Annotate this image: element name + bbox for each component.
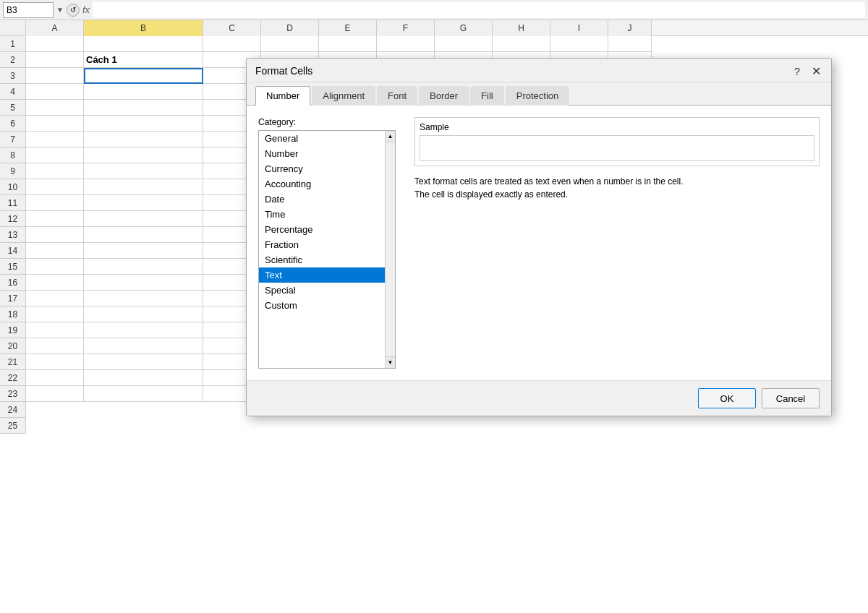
cell-reference-box[interactable]: B3 bbox=[3, 2, 54, 18]
row-header-5[interactable]: 5 bbox=[0, 100, 26, 116]
row-header-1[interactable]: 1 bbox=[0, 36, 26, 52]
row-header-2[interactable]: 2 bbox=[0, 52, 26, 68]
cell-c1[interactable] bbox=[203, 36, 261, 52]
row-header-24[interactable]: 24 bbox=[0, 402, 26, 418]
spreadsheet: B3 ▼ ↺ fx A B C D E F G H I J 1 2 3 4 5 … bbox=[0, 0, 868, 613]
dialog-footer: OK Cancel bbox=[247, 380, 831, 416]
row-header-7[interactable]: 7 bbox=[0, 132, 26, 147]
formula-input[interactable] bbox=[93, 2, 865, 18]
right-panel: Sample Text format cells are treated as … bbox=[414, 117, 820, 369]
cell-b2[interactable]: Cách 1 bbox=[84, 52, 203, 68]
category-percentage[interactable]: Percentage bbox=[259, 222, 395, 237]
row-header-13[interactable]: 13 bbox=[0, 227, 26, 243]
row-header-11[interactable]: 11 bbox=[0, 195, 26, 211]
row-header-23[interactable]: 23 bbox=[0, 386, 26, 402]
tab-alignment[interactable]: Alignment bbox=[312, 86, 375, 106]
row-header-14[interactable]: 14 bbox=[0, 243, 26, 259]
cell-a4[interactable] bbox=[26, 84, 84, 100]
sample-box bbox=[420, 135, 814, 161]
close-button[interactable]: ✕ bbox=[809, 64, 822, 77]
ok-button[interactable]: OK bbox=[698, 388, 756, 408]
category-general[interactable]: General bbox=[259, 131, 395, 146]
dialog-body: Category: General Number Currency Accoun… bbox=[247, 106, 831, 380]
row-header-3[interactable]: 3 bbox=[0, 68, 26, 84]
cell-h1[interactable] bbox=[493, 36, 550, 52]
row-header-21[interactable]: 21 bbox=[0, 354, 26, 370]
cancel-button[interactable]: Cancel bbox=[762, 388, 820, 408]
column-headers: A B C D E F G H I J bbox=[0, 20, 868, 36]
tab-number[interactable]: Number bbox=[255, 86, 310, 106]
table-row bbox=[26, 36, 868, 52]
category-list[interactable]: General Number Currency Accounting Date … bbox=[258, 130, 396, 369]
cell-j1[interactable] bbox=[608, 36, 652, 52]
col-header-i[interactable]: I bbox=[550, 20, 608, 36]
col-header-b[interactable]: B bbox=[84, 20, 203, 36]
category-currency[interactable]: Currency bbox=[259, 161, 395, 176]
cell-a2[interactable] bbox=[26, 52, 84, 68]
category-number[interactable]: Number bbox=[259, 146, 395, 161]
category-label: Category: bbox=[258, 117, 403, 127]
cell-b4[interactable] bbox=[84, 84, 203, 100]
col-header-f[interactable]: F bbox=[377, 20, 435, 36]
row-header-10[interactable]: 10 bbox=[0, 179, 26, 195]
refresh-button[interactable]: ↺ bbox=[67, 4, 80, 17]
col-header-j[interactable]: J bbox=[608, 20, 652, 36]
row-header-12[interactable]: 12 bbox=[0, 211, 26, 227]
cell-a3[interactable] bbox=[26, 68, 84, 84]
row-header-17[interactable]: 17 bbox=[0, 291, 26, 306]
formula-bar: B3 ▼ ↺ fx bbox=[0, 0, 868, 20]
tab-fill[interactable]: Fill bbox=[470, 86, 504, 106]
cell-f1[interactable] bbox=[377, 36, 435, 52]
category-section: Category: General Number Currency Accoun… bbox=[258, 117, 403, 369]
scrollbar-down-button[interactable]: ▼ bbox=[386, 356, 396, 368]
cell-e1[interactable] bbox=[319, 36, 377, 52]
category-scientific[interactable]: Scientific bbox=[259, 252, 395, 267]
cell-a1[interactable] bbox=[26, 36, 84, 52]
row-header-19[interactable]: 19 bbox=[0, 322, 26, 338]
help-button[interactable]: ? bbox=[791, 64, 804, 77]
scrollbar-up-button[interactable]: ▲ bbox=[386, 131, 396, 142]
sample-section: Sample bbox=[414, 117, 820, 166]
col-header-g[interactable]: G bbox=[435, 20, 493, 36]
cell-b3[interactable] bbox=[84, 68, 203, 84]
row-header-4[interactable]: 4 bbox=[0, 84, 26, 100]
category-special[interactable]: Special bbox=[259, 283, 395, 298]
row-header-6[interactable]: 6 bbox=[0, 116, 26, 132]
category-date[interactable]: Date bbox=[259, 192, 395, 207]
row-header-9[interactable]: 9 bbox=[0, 163, 26, 179]
cell-d1[interactable] bbox=[261, 36, 319, 52]
col-header-h[interactable]: H bbox=[493, 20, 550, 36]
tab-border[interactable]: Border bbox=[419, 86, 469, 106]
category-list-inner: General Number Currency Accounting Date … bbox=[259, 131, 395, 368]
tab-font[interactable]: Font bbox=[377, 86, 417, 106]
col-header-e[interactable]: E bbox=[319, 20, 377, 36]
dialog-controls: ? ✕ bbox=[791, 64, 822, 77]
category-custom[interactable]: Custom bbox=[259, 298, 395, 313]
category-fraction[interactable]: Fraction bbox=[259, 237, 395, 252]
row-header-15[interactable]: 15 bbox=[0, 259, 26, 275]
category-scrollbar[interactable]: ▲ ▼ bbox=[385, 131, 395, 368]
cell-g1[interactable] bbox=[435, 36, 493, 52]
cell-b1[interactable] bbox=[84, 36, 203, 52]
row-headers: 1 2 3 4 5 6 7 8 9 10 11 12 13 14 15 16 1… bbox=[0, 36, 26, 434]
col-header-d[interactable]: D bbox=[261, 20, 319, 36]
dropdown-arrow-icon[interactable]: ▼ bbox=[56, 6, 64, 14]
category-text[interactable]: Text bbox=[259, 267, 395, 283]
corner-cell[interactable] bbox=[0, 20, 26, 36]
dialog-tabs: Number Alignment Font Border Fill Protec… bbox=[247, 85, 831, 106]
row-header-20[interactable]: 20 bbox=[0, 338, 26, 354]
row-header-18[interactable]: 18 bbox=[0, 306, 26, 322]
row-header-16[interactable]: 16 bbox=[0, 275, 26, 291]
cell-i1[interactable] bbox=[550, 36, 608, 52]
category-accounting[interactable]: Accounting bbox=[259, 176, 395, 192]
tab-protection[interactable]: Protection bbox=[506, 86, 570, 106]
description-text: Text format cells are treated as text ev… bbox=[414, 175, 820, 201]
row-header-25[interactable]: 25 bbox=[0, 418, 26, 434]
dialog-title: Format Cells bbox=[255, 65, 312, 77]
row-header-22[interactable]: 22 bbox=[0, 370, 26, 386]
category-time[interactable]: Time bbox=[259, 207, 395, 222]
format-cells-dialog: Format Cells ? ✕ Number Alignment Font B… bbox=[246, 58, 832, 416]
row-header-8[interactable]: 8 bbox=[0, 147, 26, 163]
col-header-a[interactable]: A bbox=[26, 20, 84, 36]
col-header-c[interactable]: C bbox=[203, 20, 261, 36]
